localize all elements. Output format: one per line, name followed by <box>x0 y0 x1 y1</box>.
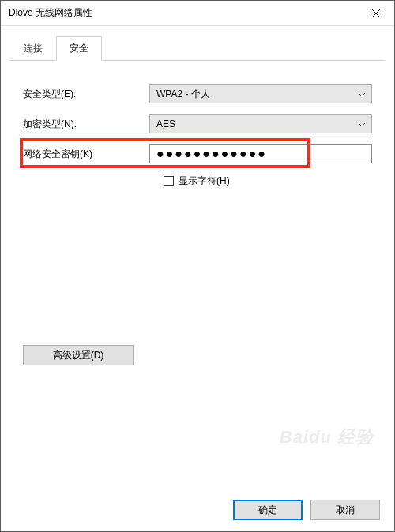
content-area: 连接 安全 安全类型(E): WPA2 - 个人 加密类型(N): AES <box>1 26 394 489</box>
tab-label: 连接 <box>24 43 43 54</box>
select-value: WPA2 - 个人 <box>156 88 210 101</box>
cancel-button[interactable]: 取消 <box>310 500 380 520</box>
show-chars-checkbox[interactable] <box>164 176 174 186</box>
advanced-settings-button[interactable]: 高级设置(D) <box>23 345 134 365</box>
input-value: ●●●●●●●●●●●● <box>156 147 267 161</box>
security-key-input[interactable]: ●●●●●●●●●●●● <box>149 144 372 163</box>
tab-label: 安全 <box>70 43 88 54</box>
close-icon <box>372 9 380 17</box>
dialog-footer: 确定 取消 <box>1 489 394 531</box>
row-security-key: 网络安全密钥(K) ●●●●●●●●●●●● <box>23 144 372 163</box>
button-label: 确定 <box>258 504 277 517</box>
select-value: AES <box>156 118 175 129</box>
watermark: Baidu 经验 <box>280 425 374 449</box>
chevron-down-icon <box>359 88 365 99</box>
security-type-select[interactable]: WPA2 - 个人 <box>149 84 372 103</box>
button-label: 高级设置(D) <box>53 349 104 362</box>
tab-security[interactable]: 安全 <box>56 36 102 61</box>
encryption-type-select[interactable]: AES <box>149 114 372 133</box>
window-title: Dlove 无线网络属性 <box>9 6 358 20</box>
tab-panel-security: 安全类型(E): WPA2 - 个人 加密类型(N): AES <box>10 61 385 489</box>
chevron-down-icon <box>359 118 365 129</box>
security-type-label: 安全类型(E): <box>23 88 149 101</box>
row-encryption-type: 加密类型(N): AES <box>23 114 372 133</box>
ok-button[interactable]: 确定 <box>233 500 303 520</box>
encryption-type-label: 加密类型(N): <box>23 118 149 131</box>
row-security-type: 安全类型(E): WPA2 - 个人 <box>23 84 372 103</box>
tab-strip: 连接 安全 <box>10 36 385 61</box>
row-show-chars: 显示字符(H) <box>164 174 372 188</box>
titlebar: Dlove 无线网络属性 <box>1 1 394 26</box>
security-key-label: 网络安全密钥(K) <box>23 148 149 161</box>
tab-connect[interactable]: 连接 <box>10 36 56 61</box>
close-button[interactable] <box>358 1 394 26</box>
button-label: 取消 <box>336 504 355 517</box>
dialog-window: Dlove 无线网络属性 连接 安全 安全类型(E): WPA2 - 个人 加密… <box>0 0 395 532</box>
show-chars-label: 显示字符(H) <box>179 174 230 188</box>
